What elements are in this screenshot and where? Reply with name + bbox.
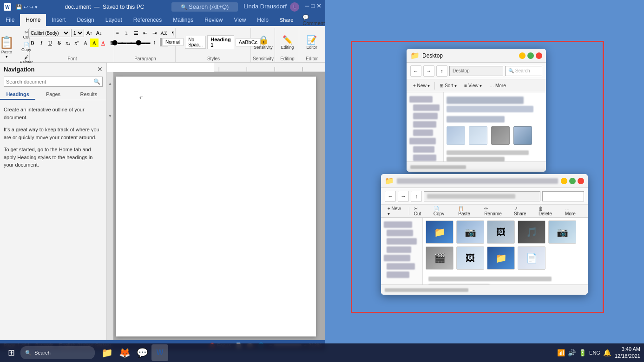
increase-indent-button[interactable]: ⇥ [151, 29, 159, 37]
font-family-select[interactable]: Calibri (Body) [28, 29, 70, 37]
close-btn-2[interactable] [578, 178, 584, 184]
nav-pane-close-button[interactable]: ✕ [97, 65, 103, 73]
minimize-btn-2[interactable] [561, 178, 567, 184]
sort-btn-1[interactable]: ⊞ Sort ▾ [437, 83, 460, 89]
battery-icon[interactable]: 🔋 [578, 349, 586, 356]
restore-button[interactable]: □ [311, 2, 315, 12]
style-normal[interactable]: Normal [162, 38, 184, 46]
back-btn-1[interactable]: ← [410, 65, 421, 77]
strikethrough-button[interactable]: S̶ [55, 39, 63, 47]
taskbar-firefox[interactable]: 🦊 [116, 344, 133, 361]
tab-layout[interactable]: Layout [100, 14, 128, 26]
highlight-button[interactable]: A [90, 39, 99, 47]
delete-btn-2[interactable]: 🗑 Delete [536, 206, 560, 217]
file-icon-1[interactable] [447, 126, 465, 145]
thumb-item-7[interactable]: 🖼 [456, 246, 484, 270]
address-bar-2[interactable] [424, 191, 540, 201]
start-button[interactable]: ⊞ [4, 345, 19, 360]
search-bar-1[interactable]: 🔍 Search [505, 66, 542, 76]
thumb-item-6[interactable]: 🎬 [426, 246, 453, 270]
thumb-item-5[interactable]: 📷 [548, 220, 576, 244]
nav-search-box[interactable]: 🔍 [4, 77, 103, 87]
tab-design[interactable]: Design [71, 14, 99, 26]
copy-btn-2[interactable]: 📄 Copy [431, 206, 454, 217]
thumb-item-8[interactable]: 📁 [487, 246, 515, 270]
address-bar-1[interactable]: Desktop [449, 66, 503, 76]
align-right-button[interactable]: ▬⬤ [132, 38, 140, 46]
system-clock[interactable]: 3:40 AM 12/18/2021 [615, 346, 640, 360]
superscript-button[interactable]: x² [72, 39, 81, 47]
redo-icon[interactable]: ↪ [29, 4, 33, 10]
close-button[interactable]: ✕ [316, 2, 322, 12]
document-page[interactable]: ¶ [116, 77, 316, 336]
minimize-button[interactable]: ─ [305, 2, 309, 12]
document-editing-area[interactable]: ▲▼ ¶ [107, 72, 325, 340]
taskbar-discord[interactable]: 💬 [134, 344, 151, 361]
editing-button[interactable]: ✏️ Editing [277, 33, 298, 51]
nav-tab-results[interactable]: Results [71, 90, 106, 100]
thumb-item-3[interactable]: 🖼 [487, 220, 515, 244]
tab-mailings[interactable]: Mailings [167, 14, 199, 26]
back-btn-2[interactable]: ← [385, 191, 396, 202]
network-icon[interactable]: 📶 [557, 349, 565, 356]
new-btn-1[interactable]: + New ▾ [410, 83, 433, 89]
taskbar-word[interactable]: W [151, 344, 168, 361]
save-icon[interactable]: 💾 [16, 4, 22, 10]
bullets-button[interactable]: ≡ [113, 29, 122, 37]
taskbar-search[interactable]: 🔍 Search [20, 346, 95, 359]
subscript-button[interactable]: x₂ [64, 39, 72, 47]
thumb-item-4[interactable]: 🎵 [518, 220, 545, 244]
justify-button[interactable]: ▬▬ [141, 38, 150, 46]
text-effects-button[interactable]: A [81, 39, 90, 47]
italic-button[interactable]: I [37, 39, 46, 47]
file-icon-4[interactable] [513, 126, 532, 145]
search-titlebar-input[interactable]: 🔍 Search (Alt+Q) [171, 2, 238, 12]
file-icon-2[interactable] [469, 126, 487, 145]
new-btn-2[interactable]: + New ▾ [385, 206, 407, 217]
tab-insert[interactable]: Insert [46, 14, 71, 26]
maximize-btn-1[interactable] [527, 52, 534, 59]
language-icon[interactable]: ENG [589, 350, 600, 356]
nav-tab-pages[interactable]: Pages [35, 90, 71, 100]
search-bar-2[interactable] [542, 191, 584, 201]
underline-button[interactable]: U [46, 39, 54, 47]
forward-btn-1[interactable]: → [423, 65, 434, 77]
editor-button[interactable]: 📝 Editor [302, 33, 321, 51]
more-btn-1[interactable]: … More [486, 83, 509, 89]
line-spacing-button[interactable]: ↕ [151, 38, 159, 46]
user-avatar[interactable]: Linda Drausdorf L [243, 2, 299, 12]
paste-btn-2[interactable]: 📋 Paste [455, 206, 480, 217]
font-color-button[interactable]: A [99, 39, 107, 47]
multilevel-list-button[interactable]: ☰ [132, 29, 140, 37]
style-no-spacing[interactable]: No Spac... [185, 36, 206, 49]
file-icon-3[interactable] [491, 126, 510, 145]
nav-search-input[interactable] [4, 79, 92, 84]
decrease-font-button[interactable]: A↓ [95, 30, 104, 36]
tab-help[interactable]: Help [251, 14, 274, 26]
paste-button[interactable]: 📋 Paste ▾ [0, 34, 17, 60]
decrease-indent-button[interactable]: ⇤ [141, 29, 150, 37]
forward-btn-2[interactable]: → [398, 191, 409, 202]
share-button[interactable]: Share [274, 16, 299, 24]
nav-search-icon[interactable]: 🔍 [92, 78, 102, 85]
nav-tab-headings[interactable]: Headings [0, 90, 35, 100]
bold-button[interactable]: B [28, 39, 37, 47]
up-btn-1[interactable]: ↑ [436, 65, 447, 77]
sensitivity-button[interactable]: 🔒 Sensitivity [250, 33, 276, 51]
align-left-button[interactable]: ⬤▬ [113, 38, 122, 46]
tab-references[interactable]: References [128, 14, 167, 26]
tab-file[interactable]: File [0, 14, 20, 26]
font-size-select[interactable]: 11 [71, 29, 84, 37]
undo-icon[interactable]: ↩ [24, 4, 28, 10]
tab-home[interactable]: Home [20, 14, 46, 26]
close-btn-1[interactable] [536, 52, 542, 59]
up-btn-2[interactable]: ↑ [411, 191, 422, 202]
tab-view[interactable]: View [229, 14, 252, 26]
style-heading1[interactable]: Heading 1 [207, 35, 234, 49]
tab-review[interactable]: Review [199, 14, 228, 26]
comments-button[interactable]: 💬 Comments [302, 14, 327, 26]
notification-icon[interactable]: 🔔 [603, 349, 611, 356]
align-center-button[interactable]: ▬▬ [123, 38, 131, 46]
minimize-btn-1[interactable] [519, 52, 526, 59]
numbering-button[interactable]: 1. [123, 29, 131, 37]
